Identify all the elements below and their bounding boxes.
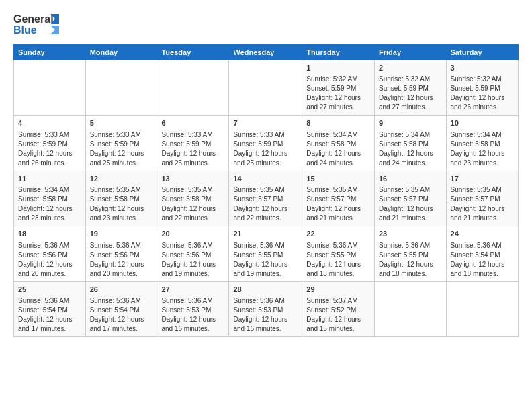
day-number: 21 <box>233 229 298 239</box>
calendar-cell: 15Sunrise: 5:35 AMSunset: 5:57 PMDayligh… <box>302 171 375 226</box>
day-info: Daylight: 12 hours <box>161 149 224 158</box>
day-info: Sunset: 5:55 PM <box>379 250 442 260</box>
calendar-cell: 4Sunrise: 5:33 AMSunset: 5:59 PMDaylight… <box>14 116 86 171</box>
day-info: Daylight: 12 hours <box>233 204 298 214</box>
day-info: Daylight: 12 hours <box>233 315 298 324</box>
svg-text:General: General <box>13 13 54 25</box>
day-info: Daylight: 12 hours <box>306 260 370 269</box>
calendar-cell: 1Sunrise: 5:32 AMSunset: 5:59 PMDaylight… <box>302 60 375 116</box>
day-info: and 27 minutes. <box>379 103 442 112</box>
day-number: 10 <box>451 118 514 128</box>
day-info: Sunrise: 5:33 AM <box>233 130 298 140</box>
day-number: 26 <box>90 285 153 295</box>
day-info: Sunset: 5:58 PM <box>90 195 153 204</box>
calendar-cell: 5Sunrise: 5:33 AMSunset: 5:59 PMDaylight… <box>85 116 157 171</box>
day-number: 23 <box>379 229 442 239</box>
day-info: and 23 minutes. <box>451 158 514 168</box>
day-info: Sunrise: 5:36 AM <box>233 296 298 306</box>
day-info: and 25 minutes. <box>233 158 298 168</box>
calendar-cell: 22Sunrise: 5:36 AMSunset: 5:55 PMDayligh… <box>302 226 375 281</box>
calendar-cell: 29Sunrise: 5:37 AMSunset: 5:52 PMDayligh… <box>302 281 375 336</box>
week-row-0: 1Sunrise: 5:32 AMSunset: 5:59 PMDaylight… <box>14 60 519 116</box>
day-number: 27 <box>161 285 224 295</box>
calendar-cell: 11Sunrise: 5:34 AMSunset: 5:58 PMDayligh… <box>14 171 86 226</box>
day-info: Sunrise: 5:34 AM <box>379 130 442 140</box>
day-info: Sunrise: 5:33 AM <box>18 130 81 140</box>
day-info: Sunset: 5:58 PM <box>451 140 514 149</box>
svg-marker-3 <box>50 26 59 34</box>
calendar-cell: 17Sunrise: 5:35 AMSunset: 5:57 PMDayligh… <box>446 171 518 226</box>
col-header-tuesday: Tuesday <box>157 45 229 60</box>
day-info: and 17 minutes. <box>90 324 153 334</box>
day-info: and 23 minutes. <box>90 214 153 223</box>
calendar-cell: 16Sunrise: 5:35 AMSunset: 5:57 PMDayligh… <box>375 171 447 226</box>
day-info: Sunrise: 5:32 AM <box>451 75 514 84</box>
week-row-2: 11Sunrise: 5:34 AMSunset: 5:58 PMDayligh… <box>14 171 519 226</box>
day-info: Sunrise: 5:36 AM <box>306 241 370 250</box>
day-info: Sunrise: 5:35 AM <box>451 185 514 195</box>
day-info: Daylight: 12 hours <box>18 260 81 269</box>
day-info: Sunrise: 5:36 AM <box>90 241 153 250</box>
col-header-monday: Monday <box>85 45 157 60</box>
day-info: Daylight: 12 hours <box>233 260 298 269</box>
header-row: SundayMondayTuesdayWednesdayThursdayFrid… <box>14 45 519 60</box>
day-number: 18 <box>18 229 81 239</box>
day-info: and 23 minutes. <box>18 214 81 223</box>
week-row-1: 4Sunrise: 5:33 AMSunset: 5:59 PMDaylight… <box>14 116 519 171</box>
day-number: 22 <box>306 229 370 239</box>
day-info: and 16 minutes. <box>161 324 224 334</box>
day-info: and 18 minutes. <box>306 269 370 279</box>
calendar-cell: 13Sunrise: 5:35 AMSunset: 5:58 PMDayligh… <box>157 171 229 226</box>
calendar-cell: 19Sunrise: 5:36 AMSunset: 5:56 PMDayligh… <box>85 226 157 281</box>
day-info: Daylight: 12 hours <box>306 93 370 103</box>
day-info: Sunset: 5:58 PM <box>306 140 370 149</box>
col-header-friday: Friday <box>375 45 447 60</box>
day-info: Sunset: 5:54 PM <box>18 306 81 315</box>
day-number: 28 <box>233 285 298 295</box>
day-info: Sunset: 5:53 PM <box>161 306 224 315</box>
day-number: 6 <box>161 118 224 128</box>
day-info: Daylight: 12 hours <box>161 315 224 324</box>
calendar-cell: 23Sunrise: 5:36 AMSunset: 5:55 PMDayligh… <box>375 226 447 281</box>
day-number: 5 <box>90 118 153 128</box>
calendar-cell: 10Sunrise: 5:34 AMSunset: 5:58 PMDayligh… <box>446 116 518 171</box>
day-info: and 20 minutes. <box>18 269 81 279</box>
logo-svg: GeneralBlue <box>13 11 60 38</box>
day-info: Sunset: 5:57 PM <box>233 195 298 204</box>
day-info: Sunset: 5:55 PM <box>306 250 370 260</box>
day-info: Sunrise: 5:36 AM <box>18 296 81 306</box>
day-info: Sunset: 5:57 PM <box>306 195 370 204</box>
day-number: 15 <box>306 174 370 184</box>
day-info: and 21 minutes. <box>306 214 370 223</box>
day-info: Sunset: 5:56 PM <box>161 250 224 260</box>
day-info: Daylight: 12 hours <box>379 149 442 158</box>
col-header-sunday: Sunday <box>14 45 86 60</box>
day-number: 16 <box>379 174 442 184</box>
calendar-cell: 6Sunrise: 5:33 AMSunset: 5:59 PMDaylight… <box>157 116 229 171</box>
day-info: Sunrise: 5:36 AM <box>18 241 81 250</box>
logo: GeneralBlue <box>13 11 60 38</box>
day-info: and 22 minutes. <box>233 214 298 223</box>
day-info: Daylight: 12 hours <box>90 149 153 158</box>
day-number: 2 <box>379 63 442 73</box>
col-header-saturday: Saturday <box>446 45 518 60</box>
calendar-cell: 12Sunrise: 5:35 AMSunset: 5:58 PMDayligh… <box>85 171 157 226</box>
calendar-cell <box>14 60 86 116</box>
day-info: Daylight: 12 hours <box>90 260 153 269</box>
day-info: Daylight: 12 hours <box>379 93 442 103</box>
day-info: Sunset: 5:54 PM <box>451 250 514 260</box>
day-number: 19 <box>90 229 153 239</box>
day-info: and 20 minutes. <box>90 269 153 279</box>
day-info: Sunrise: 5:35 AM <box>233 185 298 195</box>
day-info: and 21 minutes. <box>379 214 442 223</box>
calendar-cell: 24Sunrise: 5:36 AMSunset: 5:54 PMDayligh… <box>446 226 518 281</box>
day-number: 11 <box>18 174 81 184</box>
calendar-cell <box>157 60 229 116</box>
day-info: Sunrise: 5:32 AM <box>306 75 370 84</box>
day-info: and 25 minutes. <box>161 158 224 168</box>
day-info: Sunrise: 5:35 AM <box>161 185 224 195</box>
calendar-cell: 21Sunrise: 5:36 AMSunset: 5:55 PMDayligh… <box>229 226 302 281</box>
day-info: Daylight: 12 hours <box>451 260 514 269</box>
calendar-cell: 7Sunrise: 5:33 AMSunset: 5:59 PMDaylight… <box>229 116 302 171</box>
day-info: Daylight: 12 hours <box>306 315 370 324</box>
